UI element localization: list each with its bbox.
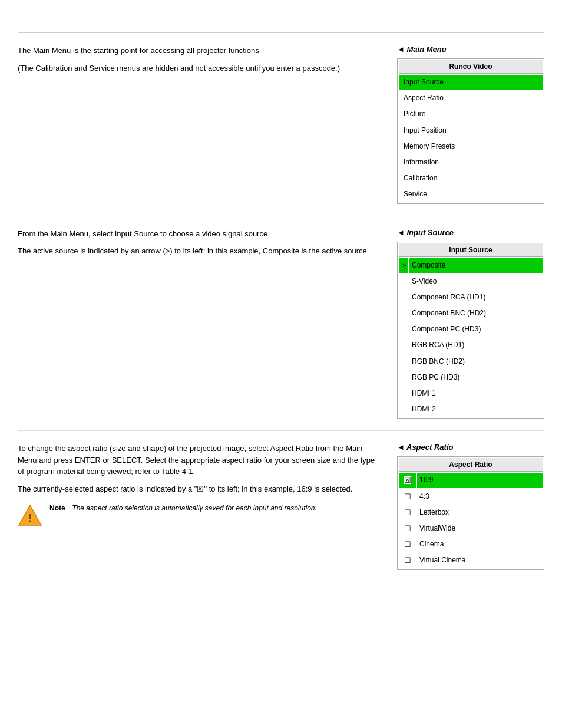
note-icon: ! <box>18 503 42 528</box>
input-source-arrow <box>399 290 408 305</box>
input-source-row: RGB PC (HD3) <box>399 370 543 385</box>
menu-item-information: Information <box>399 155 543 170</box>
input-source-arrow <box>399 370 408 385</box>
aspect-ratio-row: ☐Cinema <box>399 537 543 552</box>
aspect-ratio-item: VirtualWide <box>417 521 543 536</box>
input-source-table-container: Input Source>CompositeS-VideoComponent R… <box>397 242 544 419</box>
input-source-arrow <box>399 402 408 417</box>
input-source-arrow <box>399 322 408 337</box>
section-main-menu: The Main Menu is the starting point for … <box>18 33 544 216</box>
input-source-row: RGB RCA (HD1) <box>399 338 543 353</box>
section2-para2: The active source is indicated by an arr… <box>18 245 379 257</box>
aspect-ratio-row: ☐4:3 <box>399 489 543 504</box>
input-source-row: HDMI 1 <box>399 386 543 401</box>
section3-left: To change the aspect ratio (size and sha… <box>18 443 379 569</box>
input-source-row: RGB BNC (HD2) <box>399 354 543 369</box>
input-source-table: Input Source>CompositeS-VideoComponent R… <box>397 242 544 419</box>
aspect-ratio-row: ☐Letterbox <box>399 505 543 520</box>
aspect-ratio-heading: ◄ Aspect Ratio <box>397 443 544 452</box>
svg-text:!: ! <box>28 512 32 524</box>
section1-para1: The Main Menu is the starting point for … <box>18 45 379 57</box>
input-source-item: Component BNC (HD2) <box>409 306 543 321</box>
input-source-row: Component PC (HD3) <box>399 322 543 337</box>
section-aspect-ratio: To change the aspect ratio (size and sha… <box>18 431 544 581</box>
aspect-ratio-table: Aspect Ratio☒16:9☐4:3☐Letterbox☐VirtualW… <box>397 456 544 569</box>
section3-para2: The currently-selected aspect ratio is i… <box>18 483 379 495</box>
menu-item-calibration: Calibration <box>399 171 543 186</box>
menu-item-picture: Picture <box>399 107 543 121</box>
input-source-item: HDMI 2 <box>409 402 543 417</box>
arrow-left-icon2: ◄ <box>397 228 406 237</box>
aspect-ratio-checkbox: ☐ <box>399 489 416 504</box>
input-source-title: Input Source <box>399 243 543 257</box>
menu-item-service: Service <box>399 187 543 202</box>
warning-triangle-icon: ! <box>18 503 42 528</box>
input-source-item: Component PC (HD3) <box>409 322 543 337</box>
checkbox-unchecked-icon: ☐ <box>404 556 411 564</box>
note-section: ! Note The aspect ratio selection is aut… <box>18 503 379 528</box>
section-input-source: From the Main Menu, select Input Source … <box>18 216 544 431</box>
note-text: The aspect ratio selection is automatica… <box>72 504 317 512</box>
input-source-arrow <box>399 386 408 401</box>
input-source-arrow <box>399 338 408 353</box>
page: The Main Menu is the starting point for … <box>0 32 562 728</box>
input-source-heading: ◄ Input Source <box>397 228 544 237</box>
input-source-item: Component RCA (HD1) <box>409 290 543 305</box>
menu-item-memory-presets: Memory Presets <box>399 139 543 154</box>
input-source-arrow <box>399 306 408 321</box>
input-source-arrow <box>399 354 408 369</box>
section2-para1: From the Main Menu, select Input Source … <box>18 228 379 240</box>
aspect-ratio-row: ☒16:9 <box>399 473 543 487</box>
checkbox-unchecked-icon: ☐ <box>404 493 411 500</box>
aspect-ratio-item: Virtual Cinema <box>417 553 543 568</box>
checkbox-unchecked-icon: ☐ <box>404 541 411 548</box>
input-source-item: RGB BNC (HD2) <box>409 354 543 369</box>
aspect-ratio-item: 16:9 <box>417 473 543 487</box>
menu-table-header: Runco Video <box>399 60 543 74</box>
section1-left: The Main Menu is the starting point for … <box>18 45 379 204</box>
input-source-arrow <box>399 274 408 289</box>
aspect-ratio-checkbox: ☒ <box>399 473 416 487</box>
main-menu-table: Runco Video Input SourceAspect RatioPict… <box>397 58 544 204</box>
aspect-ratio-checkbox: ☐ <box>399 537 416 552</box>
main-menu-title: Runco Video <box>399 60 543 74</box>
note-content: Note The aspect ratio selection is autom… <box>49 503 317 513</box>
section3-para1: To change the aspect ratio (size and sha… <box>18 443 379 477</box>
input-source-row: HDMI 2 <box>399 402 543 417</box>
menu-item-input-source: Input Source <box>399 75 543 90</box>
arrow-left-icon3: ◄ <box>397 443 406 452</box>
aspect-ratio-item: Cinema <box>417 537 543 552</box>
aspect-ratio-item: Letterbox <box>417 505 543 520</box>
input-source-item: HDMI 1 <box>409 386 543 401</box>
section1-right: ◄ Main Menu Runco Video Input SourceAspe… <box>397 45 544 204</box>
input-source-item: S-Video <box>409 274 543 289</box>
input-source-item: RGB PC (HD3) <box>409 370 543 385</box>
input-source-arrow: > <box>399 258 408 273</box>
aspect-ratio-checkbox: ☐ <box>399 521 416 536</box>
input-source-item: Composite <box>409 258 543 273</box>
section2-left: From the Main Menu, select Input Source … <box>18 228 379 419</box>
section1-para2: (The Calibration and Service menus are h… <box>18 62 379 74</box>
input-source-row: S-Video <box>399 274 543 289</box>
aspect-ratio-checkbox: ☐ <box>399 553 416 568</box>
checkbox-checked-icon: ☒ <box>404 476 411 484</box>
input-source-row: >Composite <box>399 258 543 273</box>
aspect-ratio-item: 4:3 <box>417 489 543 504</box>
section2-right: ◄ Input Source Input Source>CompositeS-V… <box>397 228 544 419</box>
aspect-ratio-checkbox: ☐ <box>399 505 416 520</box>
aspect-ratio-row: ☐Virtual Cinema <box>399 553 543 568</box>
full-page: The Main Menu is the starting point for … <box>0 33 562 582</box>
menu-item-input-position: Input Position <box>399 123 543 138</box>
aspect-ratio-title: Aspect Ratio <box>399 458 543 472</box>
input-source-row: Component RCA (HD1) <box>399 290 543 305</box>
input-source-row: Component BNC (HD2) <box>399 306 543 321</box>
section3-right: ◄ Aspect Ratio Aspect Ratio☒16:9☐4:3☐Let… <box>397 443 544 569</box>
aspect-ratio-table-container: Aspect Ratio☒16:9☐4:3☐Letterbox☐VirtualW… <box>397 456 544 569</box>
main-menu-heading: ◄ Main Menu <box>397 45 544 54</box>
menu-item-aspect-ratio: Aspect Ratio <box>399 91 543 106</box>
checkbox-unchecked-icon: ☐ <box>404 509 411 516</box>
input-source-item: RGB RCA (HD1) <box>409 338 543 353</box>
arrow-left-icon: ◄ <box>397 45 406 54</box>
note-label: Note <box>49 504 65 512</box>
aspect-ratio-row: ☐VirtualWide <box>399 521 543 536</box>
